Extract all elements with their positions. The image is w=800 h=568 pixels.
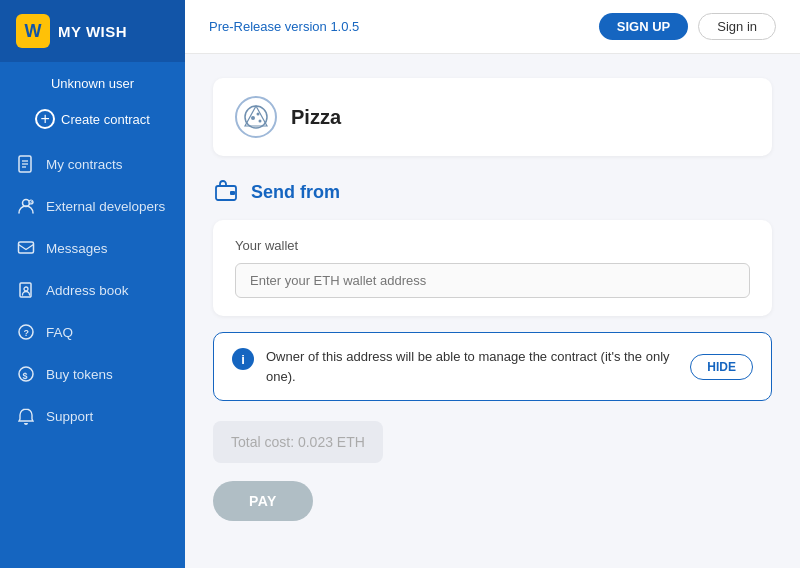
sidebar-item-messages[interactable]: Messages [0, 227, 185, 269]
hide-button[interactable]: HIDE [690, 354, 753, 380]
version-label: Pre-Release version 1.0.5 [209, 19, 359, 34]
svg-text:⚙: ⚙ [30, 200, 34, 205]
plus-icon: + [35, 109, 55, 129]
total-cost-wrap: Total cost: 0.023 ETH [213, 421, 772, 463]
create-contract-button[interactable]: + Create contract [0, 101, 185, 143]
nav-label-buy-tokens: Buy tokens [46, 367, 113, 382]
svg-point-13 [245, 106, 267, 128]
logo-area: W MY WISH [0, 0, 185, 62]
nav-label-messages: Messages [46, 241, 108, 256]
send-from-label: Send from [251, 182, 340, 203]
contracts-icon [16, 154, 36, 174]
sidebar-item-support[interactable]: Support [0, 395, 185, 437]
topbar: Pre-Release version 1.0.5 SIGN UP Sign i… [185, 0, 800, 54]
nav-label-external-developers: External developers [46, 199, 165, 214]
svg-point-8 [24, 287, 28, 291]
wallet-card: Your wallet [213, 220, 772, 316]
sidebar-user: Unknown user [0, 62, 185, 101]
total-cost-box: Total cost: 0.023 ETH [213, 421, 383, 463]
info-text: Owner of this address will be able to ma… [266, 347, 678, 386]
nav-label-support: Support [46, 409, 93, 424]
sidebar-item-address-book[interactable]: Address book [0, 269, 185, 311]
create-contract-label: Create contract [61, 112, 150, 127]
sidebar: W MY WISH Unknown user + Create contract… [0, 0, 185, 568]
address-book-icon [16, 280, 36, 300]
svg-text:$: $ [23, 371, 28, 381]
support-icon [16, 406, 36, 426]
svg-rect-7 [19, 242, 34, 253]
nav-label-my-contracts: My contracts [46, 157, 123, 172]
pizza-title: Pizza [291, 106, 341, 129]
svg-text:?: ? [24, 328, 30, 338]
pay-button[interactable]: PAY [213, 481, 313, 521]
svg-rect-18 [230, 191, 235, 195]
sidebar-item-faq[interactable]: ? FAQ [0, 311, 185, 353]
nav-label-faq: FAQ [46, 325, 73, 340]
svg-point-16 [259, 120, 262, 123]
svg-point-14 [251, 116, 255, 120]
external-dev-icon: ⚙ [16, 196, 36, 216]
pizza-card: Pizza [213, 78, 772, 156]
info-box: i Owner of this address will be able to … [213, 332, 772, 401]
sidebar-item-my-contracts[interactable]: My contracts [0, 143, 185, 185]
wallet-send-icon [213, 178, 241, 206]
nav-label-address-book: Address book [46, 283, 129, 298]
sidebar-nav: My contracts ⚙ External developers [0, 143, 185, 437]
messages-icon [16, 238, 36, 258]
pizza-icon [235, 96, 277, 138]
send-from-header: Send from [213, 178, 772, 206]
total-cost-text: Total cost: 0.023 ETH [231, 434, 365, 450]
signin-button[interactable]: Sign in [698, 13, 776, 40]
main-content: Pre-Release version 1.0.5 SIGN UP Sign i… [185, 0, 800, 568]
topbar-buttons: SIGN UP Sign in [599, 13, 776, 40]
logo-icon: W [16, 14, 50, 48]
signup-button[interactable]: SIGN UP [599, 13, 688, 40]
logo-text: MY WISH [58, 23, 127, 40]
svg-point-15 [257, 113, 260, 116]
faq-icon: ? [16, 322, 36, 342]
wallet-input[interactable] [235, 263, 750, 298]
sidebar-item-buy-tokens[interactable]: $ Buy tokens [0, 353, 185, 395]
wallet-label: Your wallet [235, 238, 750, 253]
info-icon: i [232, 348, 254, 370]
buy-tokens-icon: $ [16, 364, 36, 384]
page-content: Pizza Send from Your wallet i Owner of t… [185, 54, 800, 568]
sidebar-item-external-developers[interactable]: ⚙ External developers [0, 185, 185, 227]
